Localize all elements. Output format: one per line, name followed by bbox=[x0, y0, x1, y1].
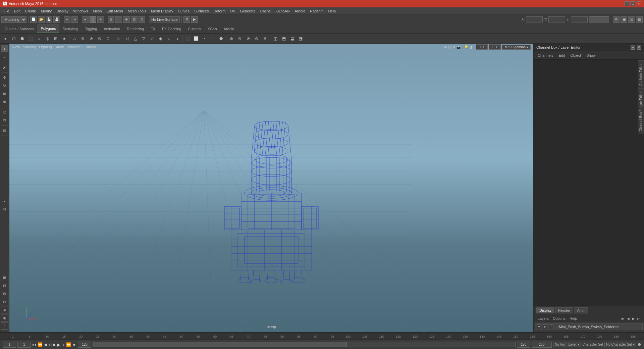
select-tool-1[interactable]: ⬛ bbox=[183, 35, 192, 43]
tab-xgen[interactable]: XGen bbox=[204, 24, 220, 33]
viewport-tools-btn[interactable]: ⚙ bbox=[1, 206, 8, 213]
mesh-tool-2[interactable]: ⊕ bbox=[79, 35, 87, 43]
snap-live-btn[interactable]: ⊙ bbox=[139, 16, 145, 23]
play-back-btn[interactable]: ◁ bbox=[48, 342, 51, 347]
gamma-input[interactable] bbox=[489, 44, 501, 50]
mesh-face-btn[interactable]: ⬢ bbox=[18, 35, 26, 43]
range-end-input[interactable] bbox=[517, 342, 530, 348]
vp-camera[interactable]: 📷 bbox=[457, 45, 461, 49]
new-file-btn[interactable]: 📄 bbox=[30, 16, 37, 23]
lasso-btn[interactable]: ⬡ bbox=[90, 16, 96, 23]
shading-menu[interactable]: Shading bbox=[23, 45, 36, 49]
stop-btn[interactable]: ■ bbox=[53, 342, 55, 347]
layout-btn-3[interactable]: ▦ bbox=[636, 16, 643, 23]
go-start-btn[interactable]: ⏮ bbox=[32, 342, 36, 347]
snap-grid-btn[interactable]: ⊞ bbox=[108, 16, 114, 23]
mesh-tool-5[interactable]: ⊙ bbox=[104, 35, 112, 43]
poly-tool-5[interactable]: ◇ bbox=[148, 35, 156, 43]
poly-tool-4[interactable]: ▽ bbox=[140, 35, 148, 43]
layers-tab[interactable]: Layers bbox=[536, 316, 550, 321]
deform-tool-2[interactable]: ⊖ bbox=[236, 35, 244, 43]
select-btn[interactable]: ▸ bbox=[82, 16, 89, 23]
play-fwd-btn[interactable]: ▶ bbox=[57, 342, 60, 347]
menu-item-radshift[interactable]: Radshift bbox=[308, 8, 325, 14]
tab-polygons[interactable]: Polygons bbox=[37, 24, 59, 33]
poly-tool-6[interactable]: ◆ bbox=[156, 35, 164, 43]
mesh-sphere-btn[interactable]: ○ bbox=[35, 35, 43, 43]
x-field[interactable] bbox=[526, 16, 543, 22]
soft-mod-btn[interactable]: ◎ bbox=[1, 108, 8, 116]
mesh-transform-btn[interactable]: ⊞ bbox=[52, 35, 60, 43]
layer-visibility-btn[interactable]: V bbox=[537, 325, 541, 329]
object-tab[interactable]: Object bbox=[569, 53, 582, 58]
renderer-menu[interactable]: Renderer bbox=[66, 45, 82, 49]
xyz-lock[interactable] bbox=[589, 16, 609, 22]
layer-type-btn[interactable]: P bbox=[543, 325, 547, 329]
range-slider[interactable] bbox=[93, 342, 515, 347]
menu-item-mesh-tools[interactable]: Mesh Tools bbox=[126, 8, 148, 14]
deform-tool-5[interactable]: ⊚ bbox=[261, 35, 269, 43]
menu-item-edit-mesh[interactable]: Edit Mesh bbox=[105, 8, 125, 14]
poly-tool-3[interactable]: △ bbox=[131, 35, 139, 43]
menu-item-windows[interactable]: Windows bbox=[71, 8, 90, 14]
layout-btn-2[interactable]: ▤ bbox=[628, 16, 635, 23]
deform-tool-4[interactable]: ⊙ bbox=[253, 35, 261, 43]
move-btn[interactable]: ✛ bbox=[97, 16, 104, 23]
poly-tool-1[interactable]: ▷ bbox=[114, 35, 122, 43]
menu-item-create[interactable]: Create bbox=[23, 8, 38, 14]
redo-btn[interactable]: ↪ bbox=[71, 16, 78, 23]
prev-key-btn[interactable]: ◀ bbox=[44, 342, 47, 347]
deform-tool-1[interactable]: ⊕ bbox=[227, 35, 235, 43]
title-bar-controls[interactable]: ─ □ ✕ bbox=[625, 1, 641, 6]
exposure-input[interactable] bbox=[476, 44, 488, 50]
show-manip-btn[interactable]: ⊡ bbox=[1, 127, 8, 134]
lasso-tool-btn[interactable]: ⌒ bbox=[1, 55, 8, 63]
select-tool-4[interactable]: ⬞ bbox=[209, 35, 217, 43]
render-settings-btn[interactable]: ⚙ bbox=[183, 16, 190, 23]
paint-sel-btn[interactable]: 🖌 bbox=[1, 63, 8, 71]
settings-btn[interactable]: ⚙ bbox=[613, 16, 620, 23]
tab-animation[interactable]: Animation bbox=[100, 24, 123, 33]
tab-arnold[interactable]: Arnold bbox=[220, 24, 238, 33]
menu-item-generate[interactable]: Generate bbox=[238, 8, 258, 14]
minimize-button[interactable]: ─ bbox=[625, 1, 629, 6]
mesh-tool-4[interactable]: ⊘ bbox=[96, 35, 104, 43]
mirror-1[interactable]: ◫ bbox=[271, 35, 279, 43]
prev-frame-btn[interactable]: ⏪ bbox=[38, 342, 43, 347]
channels-tab[interactable]: Channels bbox=[536, 53, 554, 58]
select-tool-btn[interactable]: ▸ bbox=[1, 45, 8, 52]
anim-tab[interactable]: Anim bbox=[574, 307, 588, 313]
view-menu[interactable]: View bbox=[12, 45, 20, 49]
lft-icon-7[interactable]: ◊ bbox=[1, 322, 8, 330]
select-tool-5[interactable]: ⬟ bbox=[217, 35, 225, 43]
menu-item-cache[interactable]: Cache bbox=[258, 8, 273, 14]
menu-item-arnold[interactable]: Arnold bbox=[292, 8, 307, 14]
quick-sel-btn[interactable]: ▪ bbox=[1, 198, 8, 205]
universal-manip-btn[interactable]: ⊕ bbox=[1, 98, 8, 105]
next-frame-btn[interactable]: ⏩ bbox=[66, 342, 71, 347]
panels-menu[interactable]: Panels bbox=[85, 45, 96, 49]
poly-tool-7[interactable]: ⬦ bbox=[165, 35, 173, 43]
open-file-btn[interactable]: 📂 bbox=[38, 16, 45, 23]
channel-box-minimize[interactable]: ─ bbox=[631, 45, 635, 50]
vp-opt-lighting[interactable]: 💡 bbox=[464, 45, 468, 49]
y-field[interactable] bbox=[548, 16, 565, 22]
menu-item-mesh-display[interactable]: Mesh Display bbox=[149, 8, 175, 14]
snap-surface-btn[interactable]: ⊡ bbox=[131, 16, 138, 23]
tab-sculpting[interactable]: Sculpting bbox=[59, 24, 81, 33]
z-field[interactable] bbox=[571, 16, 588, 22]
rotate-tool-btn[interactable]: ↻ bbox=[1, 82, 8, 89]
vp-opt-2[interactable]: ⬡ bbox=[448, 45, 451, 49]
tab-fx-caching[interactable]: FX Caching bbox=[159, 24, 184, 33]
tab-rendering[interactable]: Rendering bbox=[123, 24, 147, 33]
vp-opt-1[interactable]: ⊞ bbox=[444, 45, 447, 49]
current-frame-input[interactable] bbox=[3, 342, 16, 348]
mesh-smooth-btn[interactable]: ◎ bbox=[43, 35, 51, 43]
lft-icon-4[interactable]: ⊡ bbox=[1, 298, 8, 305]
mesh-deform-btn[interactable]: ◈ bbox=[60, 35, 68, 43]
anim-layer-dropdown[interactable]: No Anim Layer ▾ bbox=[553, 342, 581, 347]
menu-item-edit[interactable]: Edit bbox=[12, 8, 22, 14]
options-tab[interactable]: Options bbox=[551, 316, 567, 321]
tab-rigging[interactable]: Rigging bbox=[81, 24, 100, 33]
next-key-btn[interactable]: ▷ bbox=[62, 342, 65, 347]
